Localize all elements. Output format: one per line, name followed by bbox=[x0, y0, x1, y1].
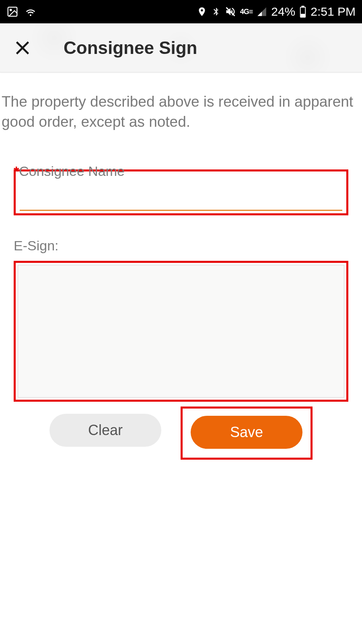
close-button[interactable] bbox=[13, 38, 32, 58]
signal-icon bbox=[257, 6, 267, 17]
close-icon bbox=[14, 39, 31, 57]
consignee-name-input[interactable] bbox=[20, 184, 342, 211]
battery-icon bbox=[299, 6, 306, 18]
location-icon bbox=[197, 6, 207, 17]
consignee-name-label: *Consignee Name bbox=[14, 163, 348, 179]
network-4g-icon: 4G≡ bbox=[240, 8, 253, 16]
esign-highlight bbox=[14, 261, 348, 402]
save-highlight: Save bbox=[181, 407, 313, 460]
page-title: Consignee Sign bbox=[64, 38, 197, 58]
esign-label: E-Sign: bbox=[14, 238, 348, 254]
bluetooth-icon bbox=[211, 6, 221, 17]
form-section: *Consignee Name E-Sign: Clear Save bbox=[0, 163, 362, 460]
app-header: Consignee Sign bbox=[0, 23, 362, 72]
save-button[interactable]: Save bbox=[191, 416, 302, 449]
button-row: Clear Save bbox=[14, 407, 348, 460]
android-status-bar: 4G≡ 24% 2:51 PM bbox=[0, 0, 362, 23]
status-left-group bbox=[6, 5, 37, 18]
clear-button[interactable]: Clear bbox=[49, 414, 161, 447]
signature-canvas[interactable] bbox=[18, 265, 344, 398]
svg-point-1 bbox=[10, 9, 12, 11]
wifi-icon bbox=[24, 5, 37, 18]
content-area: The property described above is received… bbox=[0, 72, 362, 460]
clock-time: 2:51 PM bbox=[311, 5, 356, 19]
description-text: The property described above is received… bbox=[0, 72, 362, 132]
image-icon bbox=[6, 6, 19, 18]
svg-rect-5 bbox=[301, 14, 305, 17]
battery-percent: 24% bbox=[271, 5, 295, 19]
vibrate-icon bbox=[225, 6, 236, 17]
svg-rect-4 bbox=[302, 6, 304, 7]
status-right-group: 4G≡ 24% 2:51 PM bbox=[197, 5, 356, 19]
required-indicator: * bbox=[14, 163, 19, 179]
